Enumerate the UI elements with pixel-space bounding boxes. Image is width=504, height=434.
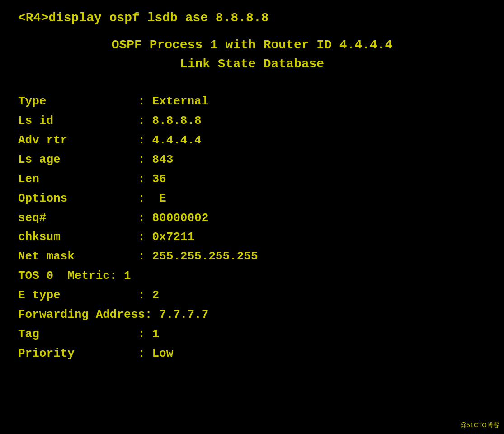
data-row: Forwarding Address: 7.7.7.7: [18, 305, 486, 325]
data-row: Ls age : 843: [18, 150, 486, 170]
data-row: Tag : 1: [18, 325, 486, 344]
terminal-window: <R4>display ospf lsdb ase 8.8.8.8 OSPF P…: [0, 0, 504, 434]
command-line: <R4>display ospf lsdb ase 8.8.8.8: [18, 9, 486, 27]
header-line1: OSPF Process 1 with Router ID 4.4.4.4: [18, 36, 486, 55]
data-row: Len : 36: [18, 170, 486, 189]
data-row: Options : E: [18, 189, 486, 208]
data-row: chksum : 0x7211: [18, 227, 486, 247]
data-block: Type : ExternalLs id : 8.8.8.8Adv rtr : …: [18, 92, 486, 363]
data-row: Ls id : 8.8.8.8: [18, 111, 486, 131]
data-row: Net mask : 255.255.255.255: [18, 247, 486, 266]
header-line2: Link State Database: [18, 55, 486, 74]
watermark: @51CTO博客: [460, 421, 499, 429]
data-row: Type : External: [18, 92, 486, 111]
data-row: Adv rtr : 4.4.4.4: [18, 131, 486, 150]
data-row: Priority : Low: [18, 344, 486, 363]
data-row: E type : 2: [18, 286, 486, 305]
header-block: OSPF Process 1 with Router ID 4.4.4.4 Li…: [18, 36, 486, 74]
data-row: seq# : 80000002: [18, 208, 486, 228]
data-row: TOS 0 Metric: 1: [18, 266, 486, 286]
